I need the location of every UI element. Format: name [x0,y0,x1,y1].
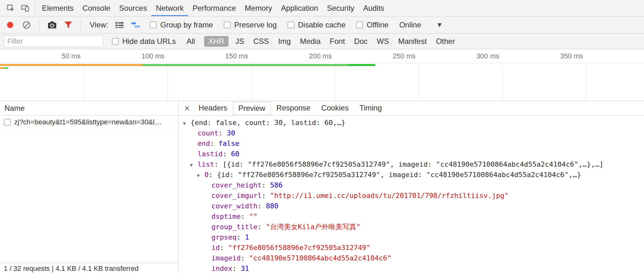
filter-type-manifest[interactable]: Manifest [398,36,427,47]
tree-separator: : [214,160,223,168]
throttling-select[interactable]: Online ▼ [399,21,441,29]
disclosure-triangle-icon[interactable]: ▼ [183,118,191,129]
column-header-name[interactable]: Name [0,101,178,116]
checkbox-offline[interactable]: Offline [356,21,388,29]
tab-security[interactable]: Security [323,0,359,16]
time-tick-label: 100 ms [142,52,164,60]
capture-screenshots-icon[interactable] [48,21,57,29]
network-overview[interactable]: 50 ms100 ms150 ms200 ms250 ms300 ms350 m… [0,49,644,101]
detail-tab-preview[interactable]: Preview [233,102,270,115]
tree-row[interactable]: count: 30 [179,128,644,138]
tree-value: "" [249,212,258,220]
record-button[interactable] [7,22,13,28]
filter-type-other[interactable]: Other [436,36,455,47]
tree-key: list [197,160,214,168]
tree-row[interactable]: cover_imgurl: "http://i1.umei.cc/uploads… [179,190,644,201]
tree-row[interactable]: ▼{end: false, count: 30, lastid: 60,…} [179,117,644,128]
tree-separator: : [258,202,266,210]
filter-type-doc[interactable]: Doc [354,36,368,47]
tree-key: id [211,244,220,252]
request-rows-view-icon[interactable] [115,21,124,28]
tree-row[interactable]: ▼list: [{id: "ff276e8056f58896e7cf92505a… [179,159,644,170]
tree-key: cover_height [211,181,262,189]
tree-row[interactable]: imageid: "cc48190e57100864abc4d55a2c4104… [179,253,644,263]
device-toolbar-icon[interactable] [18,0,32,16]
overview-bar [143,64,349,66]
time-tick-label: 250 ms [393,52,416,60]
filter-type-ws[interactable]: WS [377,36,389,47]
time-tick-label: 150 ms [225,52,248,60]
filter-type-font[interactable]: Font [330,36,345,47]
detail-tab-timing[interactable]: Timing [354,102,387,115]
tree-row[interactable]: ▼0: {id: "ff276e8056f58896e7cf92505a3127… [179,170,644,180]
checkbox-box[interactable] [150,21,157,28]
tab-sources[interactable]: Sources [115,0,151,16]
tree-key: lastid [197,150,222,158]
checkbox-box[interactable] [112,38,119,45]
tree-separator: : [222,150,231,158]
tree-row[interactable]: cover_width: 880 [179,201,644,211]
close-icon[interactable]: × [184,104,190,113]
tab-audits[interactable]: Audits [359,0,389,16]
tree-row[interactable]: id: "ff276e8056f58896e7cf92505a312749" [179,242,644,253]
toolbar-divider [35,3,35,13]
checkbox-box[interactable] [288,21,295,28]
tab-elements[interactable]: Elements [38,0,78,16]
filter-funnel-icon[interactable] [64,21,72,29]
tab-application[interactable]: Application [276,0,322,16]
detail-tab-cookies[interactable]: Cookies [316,102,354,115]
filter-type-media[interactable]: Media [300,36,320,47]
tree-value: 60 [231,150,240,158]
tree-key: 0 [204,171,209,179]
filter-input[interactable] [4,36,103,47]
checkbox-label: Hide data URLs [122,37,176,46]
filter-type-xhr[interactable]: XHR [204,36,228,47]
summary-bar: 1 / 32 requests | 4.1 KB / 4.1 KB transf… [0,263,178,274]
tab-performance[interactable]: Performance [188,0,240,16]
time-tick-label: 50 ms [62,52,81,60]
disclosure-triangle-icon[interactable]: ▼ [190,160,197,170]
overview-bar [0,67,4,69]
checkbox-box[interactable] [356,21,363,28]
request-row[interactable]: zj?ch=beauty&t1=595&listtype=new&sn=30&l… [0,116,178,129]
checkbox-label: Offline [367,21,388,29]
tree-row[interactable]: index: 31 [179,263,644,274]
checkbox-preserve-log[interactable]: Preserve log [224,21,277,29]
timeline-gridline [586,63,586,101]
filter-type-css[interactable]: CSS [253,36,269,47]
tree-row[interactable]: end: false [179,138,644,149]
checkbox-label: Preserve log [234,21,277,29]
disclosure-triangle-icon[interactable]: ▼ [197,170,204,181]
tree-value: 30 [227,129,235,137]
tree-row[interactable]: grpseq: 1 [179,232,644,242]
waterfall-overview-icon[interactable] [131,21,141,28]
checkbox-disable-cache[interactable]: Disable cache [288,21,346,29]
filter-type-img[interactable]: Img [278,36,291,47]
view-label: View: [90,21,108,29]
inspect-element-icon[interactable] [3,0,18,16]
tree-value: [{id: "ff276e8056f58896e7cf92505a312749"… [222,160,603,168]
checkbox-box[interactable] [224,21,231,28]
tree-separator: : [262,181,270,189]
tree-row[interactable]: dsptime: "" [179,211,644,222]
tab-console[interactable]: Console [78,0,115,16]
detail-tab-headers[interactable]: Headers [194,102,233,115]
tree-key: count [197,129,218,137]
tab-memory[interactable]: Memory [240,0,277,16]
timeline-header: 50 ms100 ms150 ms200 ms250 ms300 ms350 m… [0,49,644,63]
request-detail-panel: × HeadersPreviewResponseCookiesTiming ▼{… [179,101,644,274]
filter-type-js[interactable]: JS [235,36,244,47]
checkbox-hide-data-urls[interactable]: Hide data URLs [112,37,176,46]
tree-row[interactable]: cover_height: 586 [179,180,644,190]
clear-icon[interactable] [23,21,30,29]
detail-tab-response[interactable]: Response [271,102,316,115]
time-tick-label: 300 ms [477,52,499,60]
filter-type-all[interactable]: All [186,36,195,47]
tree-value: "台湾美女Kila户外唯美写真" [266,223,360,231]
tree-row[interactable]: group_title: "台湾美女Kila户外唯美写真" [179,222,644,232]
request-checkbox[interactable] [4,119,11,126]
tree-row[interactable]: lastid: 60 [179,149,644,159]
checkbox-group-by-frame[interactable]: Group by frame [150,21,213,29]
tab-network[interactable]: Network [151,0,188,16]
checkbox-label: Group by frame [160,21,213,29]
